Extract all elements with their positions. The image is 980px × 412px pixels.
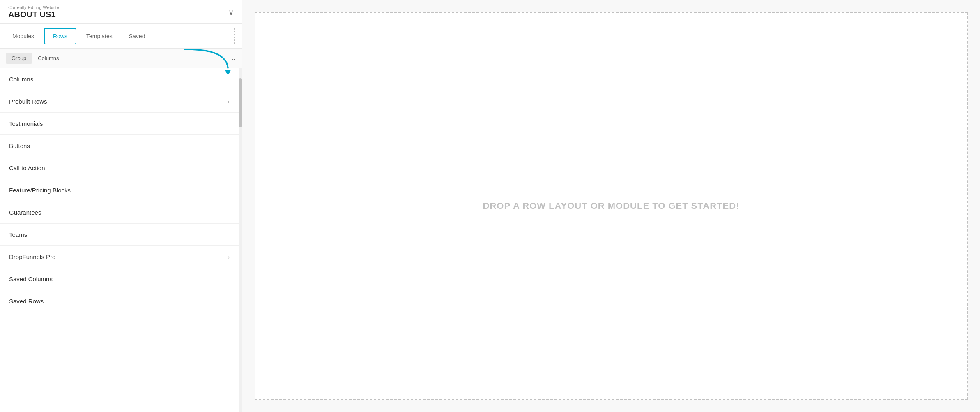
- header-chevron-icon[interactable]: ∨: [228, 8, 234, 17]
- tab-rows[interactable]: Rows: [44, 28, 76, 44]
- list-item[interactable]: Columns: [0, 68, 239, 90]
- list-item[interactable]: Guarantees: [0, 201, 239, 224]
- tab-saved[interactable]: Saved: [121, 26, 154, 46]
- chevron-right-icon: ›: [228, 254, 230, 260]
- list-item[interactable]: Buttons: [0, 135, 239, 157]
- drop-zone-text: DROP A ROW LAYOUT OR MODULE TO GET START…: [483, 201, 740, 211]
- list-item[interactable]: Feature/Pricing Blocks: [0, 179, 239, 201]
- right-panel: DROP A ROW LAYOUT OR MODULE TO GET START…: [242, 0, 980, 412]
- tabs-bar: Modules Rows Templates Saved: [0, 24, 242, 49]
- scrollbar-track[interactable]: [239, 68, 242, 412]
- list-item-label: DropFunnels Pro: [9, 253, 55, 260]
- group-button[interactable]: Group: [6, 53, 32, 64]
- list-item-label: Saved Columns: [9, 275, 53, 282]
- tab-modules[interactable]: Modules: [4, 26, 42, 46]
- currently-editing-label: Currently Editing Website: [8, 5, 59, 10]
- panel-content-wrapper: Columns Prebuilt Rows › Testimonials But…: [0, 68, 242, 412]
- drag-handle-icon[interactable]: [231, 24, 238, 48]
- list-area: Columns Prebuilt Rows › Testimonials But…: [0, 68, 239, 412]
- website-name: ABOUT US1: [8, 10, 59, 19]
- list-item[interactable]: Testimonials: [0, 113, 239, 135]
- tab-templates[interactable]: Templates: [78, 26, 121, 46]
- list-item-label: Buttons: [9, 142, 30, 149]
- columns-label[interactable]: Columns: [32, 53, 64, 64]
- scrollbar-thumb[interactable]: [239, 78, 242, 127]
- drop-zone: DROP A ROW LAYOUT OR MODULE TO GET START…: [255, 12, 968, 400]
- header: Currently Editing Website ABOUT US1 ∨: [0, 0, 242, 24]
- list-item[interactable]: DropFunnels Pro ›: [0, 246, 239, 268]
- list-item-label: Feature/Pricing Blocks: [9, 187, 71, 194]
- list-item-label: Guarantees: [9, 209, 41, 216]
- list-item-label: Teams: [9, 231, 27, 238]
- list-item-label: Columns: [9, 76, 33, 83]
- list-item[interactable]: Call to Action: [0, 157, 239, 179]
- left-panel: Currently Editing Website ABOUT US1 ∨ Mo…: [0, 0, 242, 412]
- group-chevron-icon[interactable]: ⌄: [231, 54, 236, 62]
- list-item-label: Saved Rows: [9, 298, 44, 305]
- header-text: Currently Editing Website ABOUT US1: [8, 5, 59, 19]
- list-item[interactable]: Saved Columns: [0, 268, 239, 290]
- chevron-right-icon: ›: [228, 98, 230, 105]
- list-item[interactable]: Teams: [0, 224, 239, 246]
- group-columns-bar: Group Columns ⌄: [0, 49, 242, 68]
- list-item-label: Call to Action: [9, 164, 45, 171]
- list-item-label: Prebuilt Rows: [9, 98, 47, 105]
- list-item[interactable]: Saved Rows: [0, 290, 239, 312]
- list-item[interactable]: Prebuilt Rows ›: [0, 90, 239, 113]
- list-item-label: Testimonials: [9, 120, 43, 127]
